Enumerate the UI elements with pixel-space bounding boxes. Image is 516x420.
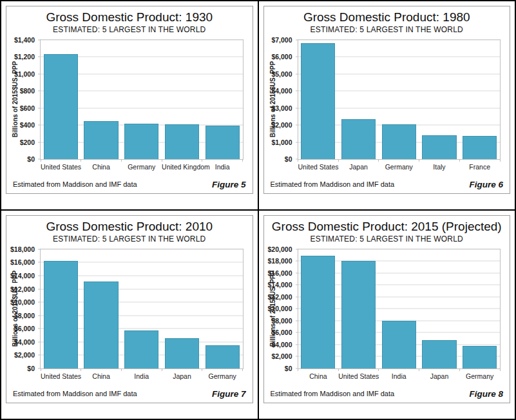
y-tick-label: $2,000 <box>271 121 292 129</box>
x-category-label: India <box>202 159 243 171</box>
y-tick-mark <box>38 125 41 126</box>
y-tick-mark <box>38 315 41 316</box>
bar-india <box>124 330 158 368</box>
figure-label: Figure 6 <box>469 180 503 189</box>
y-tick-label: $12,000 <box>268 293 292 301</box>
y-tick-mark <box>296 249 298 249</box>
y-tick-label: $0 <box>285 365 292 372</box>
y-tick-label: $1,000 <box>271 138 292 146</box>
bar-germany <box>124 124 158 159</box>
y-tick-mark <box>38 91 41 91</box>
source-note: Estimated from Maddison and IMF data <box>271 180 395 188</box>
x-tick-mark <box>81 159 81 162</box>
chart-cell-2015: Gross Domestic Product: 2015 (Projected)… <box>259 211 515 419</box>
y-tick-label: $18,000 <box>268 257 292 265</box>
bar-united-states <box>44 54 78 159</box>
y-tick-mark <box>38 289 41 289</box>
bar-chart-1980: Billions of 2015$US PPP $0$1,000$2,000$3… <box>264 34 510 179</box>
y-tick-label: $20,000 <box>268 245 292 253</box>
y-tick-mark <box>38 108 41 108</box>
y-tick-mark <box>296 125 298 126</box>
x-tick-mark <box>202 159 202 162</box>
y-tick-label: $0 <box>27 155 35 163</box>
y-tick-mark <box>296 356 298 357</box>
y-tick-mark <box>38 39 41 40</box>
bar-japan <box>165 338 199 368</box>
bar-japan <box>422 340 456 368</box>
bar-united-kingdom <box>165 124 199 159</box>
bar-france <box>463 136 497 159</box>
bar-india <box>205 126 240 159</box>
y-tick-mark <box>38 302 41 303</box>
figure-label: Figure 8 <box>469 389 503 399</box>
y-tick-label: $10,000 <box>268 305 292 312</box>
y-tick-label: $6,000 <box>14 325 35 332</box>
chart-title: Gross Domestic Product: 2015 (Projected) <box>264 220 510 234</box>
y-tick-mark <box>296 309 298 309</box>
x-category-label: United States <box>41 368 81 380</box>
x-tick-mark <box>162 368 162 371</box>
bar-chart-1930: Billions of 2015$US PPP $0$200$400$600$8… <box>6 34 253 179</box>
x-category-label: Germany <box>202 368 243 380</box>
x-tick-mark <box>121 159 122 162</box>
x-tick-mark <box>202 368 202 371</box>
y-tick-mark <box>38 275 41 276</box>
y-tick-label: $6,000 <box>271 329 292 336</box>
bar-china <box>84 282 118 368</box>
chart-panel-2015: Gross Domestic Product: 2015 (Projected)… <box>263 215 511 403</box>
y-tick-label: $12,000 <box>10 285 35 293</box>
x-category-label: China <box>81 368 122 380</box>
x-category-label: China <box>81 159 122 171</box>
bar-italy <box>422 135 456 159</box>
y-tick-mark <box>38 262 41 263</box>
y-tick-label: $400 <box>20 121 35 129</box>
chart-cell-2010: Gross Domestic Product: 2010 ESTIMATED: … <box>1 211 258 419</box>
x-tick-mark <box>41 368 41 371</box>
x-tick-mark <box>338 159 339 162</box>
y-tick-label: $1,400 <box>14 36 35 44</box>
chart-subtitle: ESTIMATED: 5 LARGEST IN THE WORLD <box>6 234 253 243</box>
x-category-label: Japan <box>419 368 460 380</box>
chart-cell-1930: Gross Domestic Product: 1930 ESTIMATED: … <box>1 1 258 209</box>
x-category-label: Germany <box>459 368 500 380</box>
source-note: Estimated from Maddison and IMF data <box>271 390 395 397</box>
x-category-label: United States <box>338 368 379 380</box>
x-category-label: France <box>459 159 500 171</box>
x-category-label: Italy <box>419 159 460 171</box>
y-tick-mark <box>296 261 298 262</box>
plot-area: $0$2,000$4,000$6,000$8,000$10,000$12,000… <box>40 249 244 369</box>
y-tick-label: $8,000 <box>271 317 292 325</box>
y-tick-label: $600 <box>20 104 35 112</box>
x-tick-mark <box>419 159 419 162</box>
y-tick-label: $8,000 <box>14 312 35 320</box>
y-tick-label: $800 <box>20 87 35 95</box>
y-tick-label: $18,000 <box>10 245 35 253</box>
bar-germany <box>205 345 240 368</box>
y-tick-mark <box>296 108 298 108</box>
chart-footer: Estimated from Maddison and IMF data Fig… <box>6 179 253 193</box>
chart-subtitle: ESTIMATED: 5 LARGEST IN THE WORLD <box>264 234 510 243</box>
bar-chart-2015: Billions of 2015$US PPP $0$2,000$4,000$6… <box>264 243 510 388</box>
chart-panel-1930: Gross Domestic Product: 1930 ESTIMATED: … <box>6 6 253 194</box>
bar-germany <box>382 124 416 159</box>
bar-united-states <box>301 43 335 159</box>
y-tick-mark <box>296 142 298 142</box>
y-tick-mark <box>38 57 41 57</box>
y-tick-label: $200 <box>20 138 35 146</box>
bar-china <box>301 256 335 368</box>
x-category-label: Japan <box>162 368 202 380</box>
y-tick-mark <box>296 57 298 57</box>
y-tick-label: $10,000 <box>10 298 35 306</box>
x-category-label: United States <box>298 159 339 171</box>
x-tick-mark <box>378 159 379 162</box>
x-category-label: United States <box>41 159 81 171</box>
y-tick-label: $1,000 <box>14 70 35 78</box>
y-tick-mark <box>38 329 41 329</box>
y-tick-mark <box>38 355 41 356</box>
figure-label: Figure 7 <box>212 389 246 399</box>
bar-japan <box>341 119 376 159</box>
x-category-label: India <box>379 368 419 380</box>
x-tick-mark <box>500 159 501 162</box>
gridline <box>41 249 243 249</box>
y-tick-label: $2,000 <box>14 351 35 359</box>
